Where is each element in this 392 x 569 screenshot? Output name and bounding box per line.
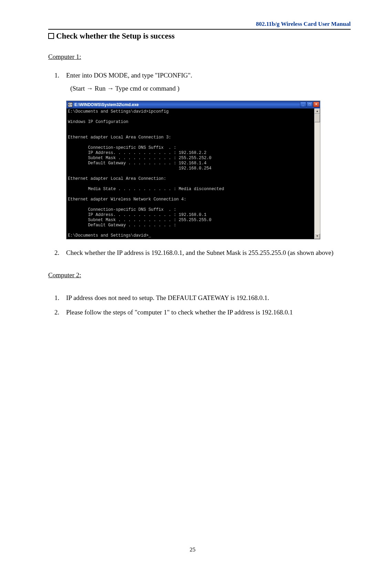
cmd-window: C:\ E:\WINDOWS\System32\cmd.exe _ □ × E:… (66, 101, 320, 239)
computer1-heading: Computer 1: (48, 53, 351, 61)
computer2-list: IP address does not need to setup. The D… (48, 292, 351, 318)
section-title-text: Check whether the Setup is success (56, 32, 175, 40)
scrollbar[interactable]: ▲ ▼ (314, 108, 320, 239)
computer1-list: Enter into DOS MODE, and type "IPCONFIG"… (48, 70, 351, 94)
maximize-button[interactable]: □ (307, 102, 313, 107)
chevron-down-icon: ▼ (315, 234, 320, 239)
list-item-text: Enter into DOS MODE, and type "IPCONFIG"… (66, 72, 192, 79)
cmd-output: E:\Documents and Settings\david>ipconfig… (66, 108, 314, 239)
cmd-icon: C:\ (68, 102, 73, 107)
computer2-heading: Computer 2: (48, 271, 351, 279)
section-title: Check whether the Setup is success (48, 32, 351, 41)
scroll-thumb[interactable] (314, 114, 320, 122)
list-item-text: Check whether the IP address is 192.168.… (66, 249, 333, 256)
list-item: Check whether the IP address is 192.168.… (66, 247, 351, 259)
page-number: 25 (0, 546, 385, 553)
scroll-up-button[interactable]: ▲ (314, 108, 320, 114)
computer1-list-cont: Check whether the IP address is 192.168.… (48, 247, 351, 259)
scroll-down-button[interactable]: ▼ (314, 234, 320, 239)
scroll-track[interactable] (314, 114, 320, 234)
cmd-title-text: E:\WINDOWS\System32\cmd.exe (74, 102, 139, 107)
list-item-text: IP address does not need to setup. The D… (66, 294, 269, 301)
header-title: 802.11b/g Wireless Card User Manual (256, 21, 351, 27)
close-button[interactable]: × (313, 102, 319, 107)
checkbox-bullet-icon (48, 33, 54, 39)
list-item-subtext: (Start → Run → Type cmd or command ) (66, 83, 351, 94)
list-item-text: Please follow the steps of "computer 1" … (66, 309, 293, 316)
list-item: Enter into DOS MODE, and type "IPCONFIG"… (66, 70, 351, 94)
page-header: 802.11b/g Wireless Card User Manual (48, 21, 351, 30)
chevron-up-icon: ▲ (315, 109, 320, 114)
cmd-screenshot: C:\ E:\WINDOWS\System32\cmd.exe _ □ × E:… (66, 101, 351, 239)
minimize-button[interactable]: _ (300, 102, 306, 107)
list-item: IP address does not need to setup. The D… (66, 292, 351, 304)
window-controls: _ □ × (300, 102, 319, 107)
list-item: Please follow the steps of "computer 1" … (66, 307, 351, 318)
cmd-body-wrap: E:\Documents and Settings\david>ipconfig… (66, 108, 320, 239)
cmd-titlebar: C:\ E:\WINDOWS\System32\cmd.exe _ □ × (66, 101, 320, 108)
